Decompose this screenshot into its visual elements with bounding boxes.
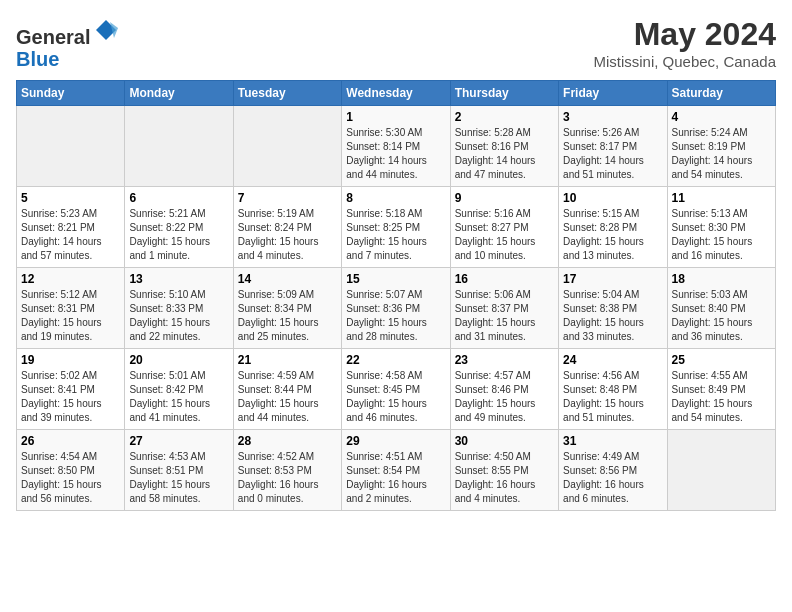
calendar-day-cell [17,106,125,187]
calendar-day-cell: 10Sunrise: 5:15 AMSunset: 8:28 PMDayligh… [559,187,667,268]
day-of-week-header: Saturday [667,81,775,106]
logo-general: General [16,26,90,48]
day-number: 24 [563,353,662,367]
calendar-day-cell [125,106,233,187]
calendar-day-cell: 13Sunrise: 5:10 AMSunset: 8:33 PMDayligh… [125,268,233,349]
day-number: 1 [346,110,445,124]
calendar-day-cell: 15Sunrise: 5:07 AMSunset: 8:36 PMDayligh… [342,268,450,349]
day-info: Sunrise: 4:54 AMSunset: 8:50 PMDaylight:… [21,450,120,506]
day-number: 30 [455,434,554,448]
day-info: Sunrise: 5:21 AMSunset: 8:22 PMDaylight:… [129,207,228,263]
calendar-day-cell: 19Sunrise: 5:02 AMSunset: 8:41 PMDayligh… [17,349,125,430]
day-number: 6 [129,191,228,205]
day-info: Sunrise: 4:52 AMSunset: 8:53 PMDaylight:… [238,450,337,506]
day-number: 19 [21,353,120,367]
day-of-week-header: Wednesday [342,81,450,106]
calendar-week-row: 1Sunrise: 5:30 AMSunset: 8:14 PMDaylight… [17,106,776,187]
calendar-day-cell: 20Sunrise: 5:01 AMSunset: 8:42 PMDayligh… [125,349,233,430]
calendar-day-cell: 11Sunrise: 5:13 AMSunset: 8:30 PMDayligh… [667,187,775,268]
calendar-day-cell: 6Sunrise: 5:21 AMSunset: 8:22 PMDaylight… [125,187,233,268]
day-number: 28 [238,434,337,448]
day-number: 18 [672,272,771,286]
calendar-day-cell: 3Sunrise: 5:26 AMSunset: 8:17 PMDaylight… [559,106,667,187]
day-info: Sunrise: 4:56 AMSunset: 8:48 PMDaylight:… [563,369,662,425]
day-of-week-header: Monday [125,81,233,106]
day-number: 2 [455,110,554,124]
logo-blue: Blue [16,48,59,70]
logo-icon [92,16,120,44]
calendar-day-cell: 30Sunrise: 4:50 AMSunset: 8:55 PMDayligh… [450,430,558,511]
day-number: 22 [346,353,445,367]
title-block: May 2024 Mistissini, Quebec, Canada [593,16,776,70]
day-info: Sunrise: 4:51 AMSunset: 8:54 PMDaylight:… [346,450,445,506]
day-info: Sunrise: 5:18 AMSunset: 8:25 PMDaylight:… [346,207,445,263]
day-info: Sunrise: 5:30 AMSunset: 8:14 PMDaylight:… [346,126,445,182]
day-info: Sunrise: 5:01 AMSunset: 8:42 PMDaylight:… [129,369,228,425]
page-header: General Blue May 2024 Mistissini, Quebec… [16,16,776,70]
day-info: Sunrise: 5:28 AMSunset: 8:16 PMDaylight:… [455,126,554,182]
day-info: Sunrise: 4:50 AMSunset: 8:55 PMDaylight:… [455,450,554,506]
day-info: Sunrise: 5:23 AMSunset: 8:21 PMDaylight:… [21,207,120,263]
logo: General Blue [16,16,120,70]
day-info: Sunrise: 5:26 AMSunset: 8:17 PMDaylight:… [563,126,662,182]
calendar-day-cell: 5Sunrise: 5:23 AMSunset: 8:21 PMDaylight… [17,187,125,268]
calendar-week-row: 19Sunrise: 5:02 AMSunset: 8:41 PMDayligh… [17,349,776,430]
day-number: 23 [455,353,554,367]
day-number: 31 [563,434,662,448]
day-info: Sunrise: 4:53 AMSunset: 8:51 PMDaylight:… [129,450,228,506]
day-number: 11 [672,191,771,205]
calendar-day-cell: 31Sunrise: 4:49 AMSunset: 8:56 PMDayligh… [559,430,667,511]
calendar-day-cell: 1Sunrise: 5:30 AMSunset: 8:14 PMDaylight… [342,106,450,187]
day-number: 7 [238,191,337,205]
calendar-day-cell: 4Sunrise: 5:24 AMSunset: 8:19 PMDaylight… [667,106,775,187]
day-info: Sunrise: 5:13 AMSunset: 8:30 PMDaylight:… [672,207,771,263]
day-info: Sunrise: 4:55 AMSunset: 8:49 PMDaylight:… [672,369,771,425]
day-number: 12 [21,272,120,286]
day-number: 25 [672,353,771,367]
day-number: 21 [238,353,337,367]
calendar-day-cell: 23Sunrise: 4:57 AMSunset: 8:46 PMDayligh… [450,349,558,430]
calendar-day-cell: 21Sunrise: 4:59 AMSunset: 8:44 PMDayligh… [233,349,341,430]
calendar-day-cell: 26Sunrise: 4:54 AMSunset: 8:50 PMDayligh… [17,430,125,511]
calendar-day-cell: 24Sunrise: 4:56 AMSunset: 8:48 PMDayligh… [559,349,667,430]
day-number: 17 [563,272,662,286]
calendar-day-cell: 27Sunrise: 4:53 AMSunset: 8:51 PMDayligh… [125,430,233,511]
calendar-day-cell: 22Sunrise: 4:58 AMSunset: 8:45 PMDayligh… [342,349,450,430]
day-info: Sunrise: 5:07 AMSunset: 8:36 PMDaylight:… [346,288,445,344]
day-number: 15 [346,272,445,286]
calendar-day-cell: 9Sunrise: 5:16 AMSunset: 8:27 PMDaylight… [450,187,558,268]
day-number: 27 [129,434,228,448]
calendar-week-row: 26Sunrise: 4:54 AMSunset: 8:50 PMDayligh… [17,430,776,511]
day-info: Sunrise: 5:24 AMSunset: 8:19 PMDaylight:… [672,126,771,182]
calendar-day-cell: 28Sunrise: 4:52 AMSunset: 8:53 PMDayligh… [233,430,341,511]
location: Mistissini, Quebec, Canada [593,53,776,70]
day-number: 29 [346,434,445,448]
day-of-week-header: Sunday [17,81,125,106]
calendar-week-row: 12Sunrise: 5:12 AMSunset: 8:31 PMDayligh… [17,268,776,349]
day-info: Sunrise: 4:58 AMSunset: 8:45 PMDaylight:… [346,369,445,425]
header-row: SundayMondayTuesdayWednesdayThursdayFrid… [17,81,776,106]
day-number: 5 [21,191,120,205]
day-info: Sunrise: 5:12 AMSunset: 8:31 PMDaylight:… [21,288,120,344]
day-info: Sunrise: 5:02 AMSunset: 8:41 PMDaylight:… [21,369,120,425]
calendar-day-cell: 18Sunrise: 5:03 AMSunset: 8:40 PMDayligh… [667,268,775,349]
day-number: 26 [21,434,120,448]
day-info: Sunrise: 4:49 AMSunset: 8:56 PMDaylight:… [563,450,662,506]
day-info: Sunrise: 5:06 AMSunset: 8:37 PMDaylight:… [455,288,554,344]
day-number: 4 [672,110,771,124]
day-number: 20 [129,353,228,367]
day-info: Sunrise: 4:57 AMSunset: 8:46 PMDaylight:… [455,369,554,425]
day-of-week-header: Tuesday [233,81,341,106]
calendar-day-cell: 8Sunrise: 5:18 AMSunset: 8:25 PMDaylight… [342,187,450,268]
day-number: 10 [563,191,662,205]
calendar-day-cell [667,430,775,511]
day-info: Sunrise: 5:16 AMSunset: 8:27 PMDaylight:… [455,207,554,263]
calendar-day-cell: 7Sunrise: 5:19 AMSunset: 8:24 PMDaylight… [233,187,341,268]
calendar-day-cell: 29Sunrise: 4:51 AMSunset: 8:54 PMDayligh… [342,430,450,511]
day-number: 3 [563,110,662,124]
calendar-day-cell: 2Sunrise: 5:28 AMSunset: 8:16 PMDaylight… [450,106,558,187]
day-number: 16 [455,272,554,286]
calendar-day-cell: 25Sunrise: 4:55 AMSunset: 8:49 PMDayligh… [667,349,775,430]
day-number: 13 [129,272,228,286]
calendar-day-cell: 12Sunrise: 5:12 AMSunset: 8:31 PMDayligh… [17,268,125,349]
